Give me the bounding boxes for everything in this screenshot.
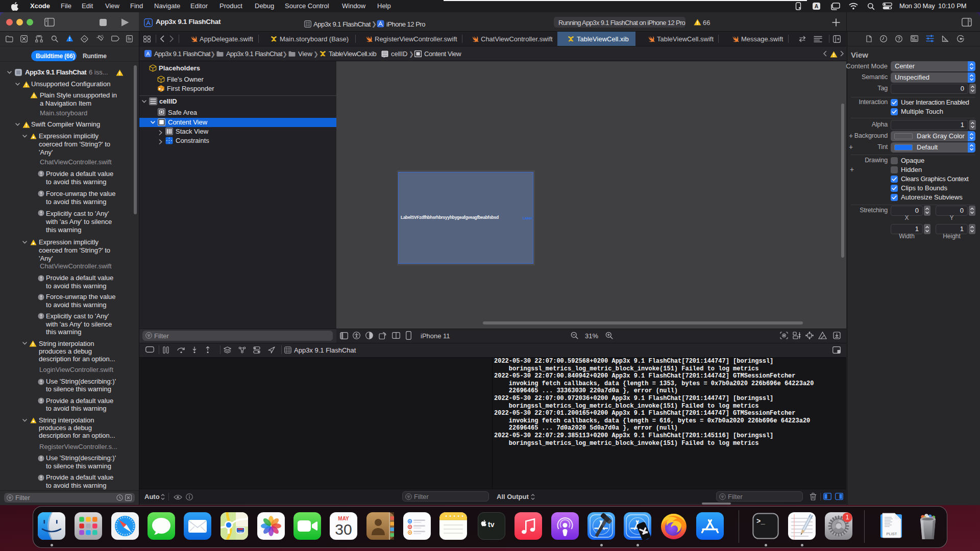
svg-text:30: 30 [335, 521, 352, 538]
svg-text:tv: tv [488, 520, 495, 529]
svg-text:>_: >_ [756, 517, 765, 525]
svg-text:1: 1 [846, 514, 849, 521]
svg-text:280: 280 [238, 531, 242, 534]
svg-text:A: A [815, 3, 819, 9]
svg-text:PLIST: PLIST [887, 532, 897, 536]
svg-text:1: 1 [161, 88, 163, 91]
